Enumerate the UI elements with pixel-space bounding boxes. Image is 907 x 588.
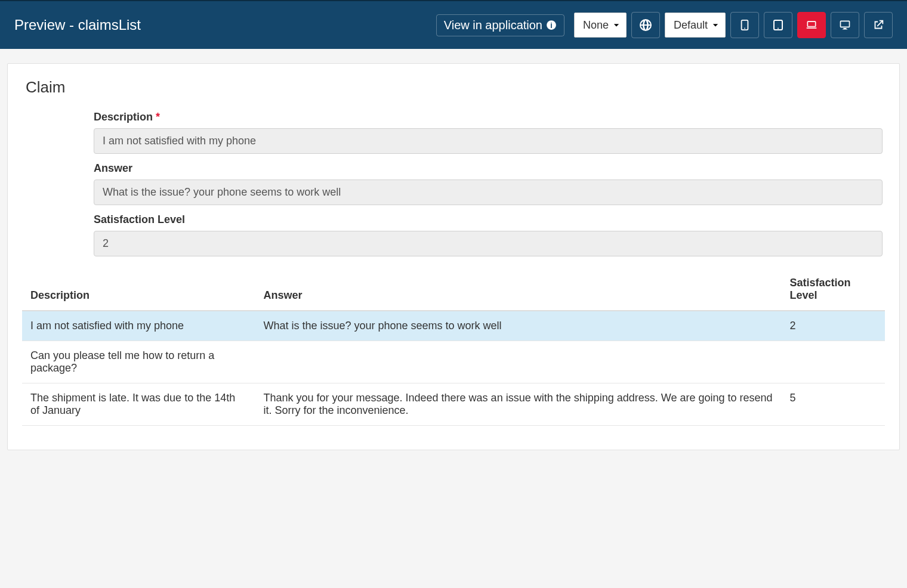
cell-answer: Thank you for your message. Indeed there… xyxy=(255,383,781,426)
satisfaction-input[interactable] xyxy=(94,231,883,256)
external-link-icon xyxy=(872,18,885,32)
globe-button[interactable] xyxy=(631,12,660,38)
cell-satisfaction xyxy=(781,341,885,383)
table-row[interactable]: The shipment is late. It was due to the … xyxy=(22,383,885,426)
cell-satisfaction: 2 xyxy=(781,311,885,341)
description-label: Description * xyxy=(94,111,883,123)
svg-rect-6 xyxy=(807,21,815,26)
globe-icon xyxy=(638,18,653,32)
viewport-phone-button[interactable] xyxy=(730,12,759,38)
description-input[interactable] xyxy=(94,128,883,154)
claim-form: Description * Answer Satisfaction Level xyxy=(22,111,885,256)
required-star: * xyxy=(156,111,160,123)
column-header-description[interactable]: Description xyxy=(22,271,255,311)
column-header-answer[interactable]: Answer xyxy=(255,271,781,311)
table-row[interactable]: I am not satisfied with my phoneWhat is … xyxy=(22,311,885,341)
viewport-tablet-button[interactable] xyxy=(764,12,792,38)
cell-description: I am not satisfied with my phone xyxy=(22,311,255,341)
preview-panel: Claim Description * Answer Satisfaction … xyxy=(7,63,900,450)
tablet-icon xyxy=(772,19,784,31)
table-header-row: Description Answer Satisfaction Level xyxy=(22,271,885,311)
answer-label: Answer xyxy=(94,162,883,175)
table-row[interactable]: Can you please tell me how to return a p… xyxy=(22,341,885,383)
view-in-application-text: View in application xyxy=(444,18,542,32)
column-header-satisfaction[interactable]: Satisfaction Level xyxy=(781,271,885,311)
cell-satisfaction: 5 xyxy=(781,383,885,426)
laptop-icon xyxy=(806,19,817,31)
view-in-application-label[interactable]: View in application i xyxy=(436,14,564,36)
svg-point-3 xyxy=(744,28,745,29)
satisfaction-group: Satisfaction Level xyxy=(94,213,883,256)
info-icon: i xyxy=(546,20,557,30)
satisfaction-label: Satisfaction Level xyxy=(94,213,883,226)
cell-answer: What is the issue? your phone seems to w… xyxy=(255,311,781,341)
answer-group: Answer xyxy=(94,162,883,205)
cell-answer xyxy=(255,341,781,383)
answer-input[interactable] xyxy=(94,180,883,205)
section-title: Claim xyxy=(22,78,885,97)
page-title: Preview - claimsList xyxy=(14,17,141,33)
cell-description: Can you please tell me how to return a p… xyxy=(22,341,255,383)
header-controls: View in application i None Default xyxy=(436,12,893,38)
preview-header: Preview - claimsList View in application… xyxy=(0,0,907,49)
description-group: Description * xyxy=(94,111,883,154)
svg-rect-7 xyxy=(841,21,850,27)
open-external-button[interactable] xyxy=(864,12,893,38)
application-select[interactable]: None xyxy=(574,13,627,38)
desktop-icon xyxy=(839,19,851,31)
locale-select[interactable]: Default xyxy=(665,13,726,38)
cell-description: The shipment is late. It was due to the … xyxy=(22,383,255,426)
phone-icon xyxy=(741,20,749,30)
svg-text:i: i xyxy=(550,21,552,30)
claims-table: Description Answer Satisfaction Level I … xyxy=(22,271,885,426)
viewport-laptop-button[interactable] xyxy=(797,12,826,38)
svg-point-5 xyxy=(778,28,779,29)
viewport-desktop-button[interactable] xyxy=(831,12,859,38)
